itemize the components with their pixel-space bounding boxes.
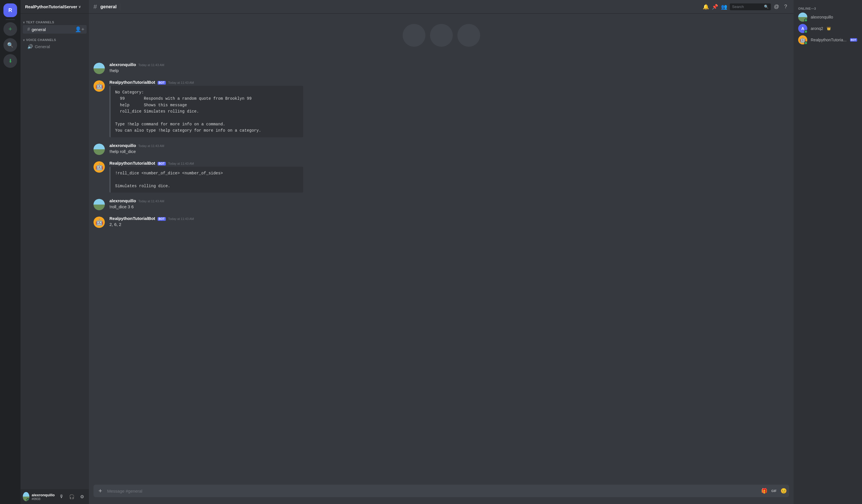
- message-header: alexronquillo Today at 11:43 AM: [109, 143, 789, 148]
- message-content: alexronquillo Today at 11:43 AM !help: [109, 62, 789, 74]
- embed-text: No Category: 99 Responds with a random q…: [115, 89, 299, 134]
- deafen-button[interactable]: 🎧: [67, 492, 76, 501]
- user-status-dot: [26, 498, 29, 501]
- bot-badge-member: BOT: [850, 38, 857, 42]
- member-sidebar: ONLINE—3 alexronquillo A aronq2 👑 🤖 Real…: [794, 0, 862, 504]
- search-bar[interactable]: 🔍: [730, 3, 771, 10]
- message-text: !help roll_dice: [109, 148, 789, 155]
- inbox-button[interactable]: @: [773, 3, 780, 10]
- text-channels-category[interactable]: ∨ TEXT CHANNELS: [21, 16, 89, 25]
- message-group: alexronquillo Today at 11:43 AM !help ro…: [89, 141, 794, 156]
- message-embed: !roll_dice <number_of_dice> <number_of_s…: [109, 167, 303, 193]
- message-avatar-bot[interactable]: 🤖: [93, 161, 105, 173]
- channel-name-voice-general: General: [35, 44, 50, 49]
- message-avatar[interactable]: [93, 144, 105, 155]
- gift-button[interactable]: 🎁: [760, 487, 769, 495]
- user-controls: 🎙 🎧 ⚙: [57, 492, 87, 501]
- download-button[interactable]: ⬇: [3, 54, 17, 68]
- server-sidebar: R + 🔍 ⬇: [0, 0, 21, 504]
- member-status-dot: [804, 41, 808, 45]
- current-user-avatar[interactable]: [23, 492, 29, 501]
- server-icon-r[interactable]: R: [3, 3, 17, 17]
- crown-icon: 👑: [827, 26, 831, 30]
- messages-wrapper[interactable]: alexronquillo Today at 11:43 AM !help 🤖 …: [89, 14, 794, 485]
- message-header: RealpythonTutorialBot BOT Today at 11:43…: [109, 216, 789, 221]
- explore-servers-button[interactable]: 🔍: [3, 38, 17, 52]
- members-button[interactable]: 👥: [721, 3, 728, 10]
- voice-channels-label: VOICE CHANNELS: [26, 38, 56, 42]
- server-header[interactable]: RealPythonTutorialServer ∨: [21, 0, 89, 14]
- help-button[interactable]: ?: [782, 3, 789, 10]
- search-input[interactable]: [732, 4, 762, 9]
- message-avatar[interactable]: [93, 199, 105, 210]
- message-header: alexronquillo Today at 11:43 AM: [109, 198, 789, 203]
- message-avatar[interactable]: [93, 63, 105, 74]
- message-timestamp: Today at 11:43 AM: [138, 199, 164, 203]
- online-members-header: ONLINE—3: [796, 4, 860, 11]
- message-avatar-bot[interactable]: 🤖: [93, 216, 105, 228]
- message-header: RealpythonTutorialBot BOT Today at 11:43…: [109, 161, 789, 165]
- member-name-alexronquillo: alexronquillo: [811, 15, 833, 19]
- member-item-aronq2[interactable]: A aronq2 👑: [796, 23, 860, 34]
- message-author-bot[interactable]: RealpythonTutorialBot: [109, 216, 155, 221]
- channel-name-general: general: [31, 27, 46, 32]
- channel-header: # general 🔔 📌 👥 🔍 @ ?: [89, 0, 794, 14]
- message-text: !help: [109, 67, 789, 74]
- message-content: RealpythonTutorialBot BOT Today at 11:43…: [109, 216, 789, 227]
- messages-area: alexronquillo Today at 11:43 AM !help 🤖 …: [89, 14, 794, 234]
- message-group: 🤖 RealpythonTutorialBot BOT Today at 11:…: [89, 214, 794, 228]
- header-actions: 🔔 📌 👥 🔍 @ ?: [702, 3, 789, 10]
- member-item-bot[interactable]: 🤖 RealpythonTutoria... BOT: [796, 34, 860, 45]
- add-member-icon[interactable]: 👤+: [75, 26, 84, 32]
- channel-header-name: general: [100, 4, 117, 9]
- add-server-button[interactable]: +: [3, 22, 17, 36]
- message-avatar-bot[interactable]: 🤖: [93, 80, 105, 92]
- member-avatar-alexronquillo: [798, 13, 807, 22]
- channel-hash-icon: #: [93, 3, 97, 11]
- message-group: alexronquillo Today at 11:43 AM !help: [89, 60, 794, 75]
- member-avatar-aronq2: A: [798, 24, 807, 33]
- text-channels-label: TEXT CHANNELS: [26, 21, 54, 24]
- message-header: alexronquillo Today at 11:43 AM: [109, 62, 789, 67]
- user-bar: alexronquillo #0933 🎙 🎧 ⚙: [21, 489, 89, 504]
- notification-button[interactable]: 🔔: [702, 3, 709, 10]
- channel-sidebar: RealPythonTutorialServer ∨ ∨ TEXT CHANNE…: [21, 0, 89, 504]
- channel-item-general[interactable]: # general 👤+: [23, 25, 87, 34]
- mute-button[interactable]: 🎙: [57, 492, 66, 501]
- message-input-box: + 🎁 GIF 😊: [93, 485, 789, 497]
- voice-channels-category[interactable]: ∨ VOICE CHANNELS: [21, 34, 89, 43]
- channel-item-general-voice[interactable]: 🔊 General: [23, 43, 87, 50]
- message-author[interactable]: alexronquillo: [109, 62, 136, 67]
- ghost-avatar-3: [457, 24, 480, 47]
- bot-badge: BOT: [158, 162, 166, 165]
- member-avatar-bot: 🤖: [798, 35, 807, 44]
- message-embed: No Category: 99 Responds with a random q…: [109, 86, 303, 137]
- message-input-area: + 🎁 GIF 😊: [89, 485, 794, 504]
- server-divider: [6, 19, 15, 20]
- user-settings-button[interactable]: ⚙: [78, 492, 87, 501]
- message-input[interactable]: [107, 489, 758, 493]
- channel-banner: [89, 19, 794, 51]
- message-timestamp: Today at 11:43 AM: [168, 162, 194, 165]
- attach-button[interactable]: +: [96, 486, 105, 495]
- message-author[interactable]: alexronquillo: [109, 143, 136, 148]
- gif-button[interactable]: GIF: [770, 487, 778, 495]
- pin-button[interactable]: 📌: [711, 3, 718, 10]
- ghost-avatar-1: [403, 24, 426, 47]
- member-status-dot: [804, 18, 808, 22]
- message-content: RealpythonTutorialBot BOT Today at 11:43…: [109, 80, 789, 137]
- member-item-alexronquillo[interactable]: alexronquillo: [796, 11, 860, 23]
- speaker-icon: 🔊: [27, 44, 33, 49]
- message-text: 2, 6, 2: [109, 221, 789, 227]
- emoji-button[interactable]: 😊: [779, 487, 788, 495]
- message-author[interactable]: alexronquillo: [109, 198, 136, 203]
- user-info: alexronquillo #0933: [31, 493, 55, 501]
- message-author-bot[interactable]: RealpythonTutorialBot: [109, 80, 155, 84]
- message-content: alexronquillo Today at 11:43 AM !help ro…: [109, 143, 789, 155]
- member-status-dot: [804, 30, 808, 33]
- ghost-avatar-2: [430, 24, 453, 47]
- message-timestamp: Today at 11:43 AM: [168, 217, 194, 221]
- message-content: RealpythonTutorialBot BOT Today at 11:43…: [109, 161, 789, 193]
- message-text: !roll_dice 3 6: [109, 204, 789, 210]
- message-author-bot[interactable]: RealpythonTutorialBot: [109, 161, 155, 165]
